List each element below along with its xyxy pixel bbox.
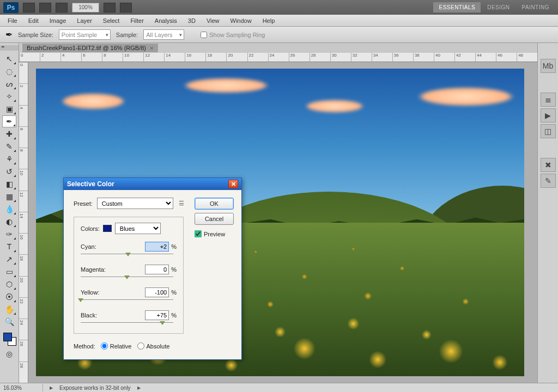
- arrange-docs-icon[interactable]: [104, 3, 116, 13]
- cyan-thumb[interactable]: [125, 253, 131, 256]
- status-zoom[interactable]: 16.03%: [3, 385, 36, 391]
- ruler-tick: 2: [19, 83, 28, 105]
- sliders-group: Colors: Blues Cyan: % Magenta: %: [74, 217, 184, 334]
- tool-presets-panel-icon[interactable]: ✖: [541, 158, 556, 172]
- dialog-title-text: Selective Color: [67, 180, 114, 188]
- colors-swatch-icon: [103, 225, 112, 232]
- marquee-tool[interactable]: ◌: [2, 65, 16, 77]
- gradient-tool[interactable]: ▦: [2, 191, 16, 203]
- fg-color-swatch[interactable]: [3, 333, 12, 341]
- menu-filter[interactable]: Filter: [125, 16, 149, 26]
- stamp-tool[interactable]: ⚘: [2, 153, 16, 165]
- menu-image[interactable]: Image: [44, 16, 72, 26]
- menu-window[interactable]: Window: [225, 16, 257, 26]
- colors-label: Colors:: [81, 225, 100, 232]
- menu-file[interactable]: File: [2, 16, 23, 26]
- preset-menu-icon[interactable]: ☰: [178, 200, 185, 207]
- bridge-icon[interactable]: [23, 3, 35, 13]
- menu-help[interactable]: Help: [257, 16, 281, 26]
- document-tabs: BrushCreekPano1-EDIT2.tif @ 16% (RGB/8) …: [19, 43, 537, 53]
- minibridge-panel-icon[interactable]: Mb: [541, 59, 556, 73]
- ok-button[interactable]: OK: [195, 198, 234, 210]
- cyan-slider[interactable]: [81, 254, 173, 255]
- sample-size-dropdown[interactable]: Point Sample: [59, 29, 111, 40]
- show-ring-label: Show Sampling Ring: [209, 32, 265, 38]
- blur-tool[interactable]: 💧: [2, 203, 16, 215]
- color-swatches[interactable]: [0, 331, 19, 347]
- colors-dropdown[interactable]: Blues: [115, 223, 161, 234]
- black-input[interactable]: [145, 310, 169, 320]
- menu-analysis[interactable]: Analysis: [149, 16, 183, 26]
- tab-close-icon[interactable]: ✕: [149, 45, 154, 51]
- workspace-painting[interactable]: PAINTING: [517, 2, 555, 13]
- show-ring-checkbox[interactable]: [201, 32, 207, 38]
- magenta-input[interactable]: [145, 265, 169, 274]
- heal-tool[interactable]: ✚: [2, 128, 16, 140]
- ruler-tick: 6: [19, 126, 28, 148]
- tools-collapse[interactable]: [0, 45, 19, 51]
- brushes-panel-icon[interactable]: ✎: [541, 174, 556, 188]
- magenta-slider[interactable]: [81, 277, 173, 278]
- sample-dropdown[interactable]: All Layers: [143, 29, 184, 40]
- preview-checkbox-input[interactable]: [195, 230, 202, 237]
- ruler-tick: 22: [247, 53, 268, 62]
- show-sampling-ring[interactable]: Show Sampling Ring: [201, 32, 265, 38]
- camera-tool[interactable]: ⦿: [2, 291, 16, 303]
- preview-checkbox[interactable]: Preview: [195, 230, 234, 237]
- ruler-tick: 0: [19, 62, 28, 83]
- magenta-thumb[interactable]: [124, 275, 130, 279]
- document-tab[interactable]: BrushCreekPano1-EDIT2.tif @ 16% (RGB/8) …: [22, 44, 158, 52]
- lasso-tool[interactable]: ᔕ: [2, 78, 16, 90]
- cyan-input[interactable]: [145, 242, 169, 252]
- app-bar: Ps 100% ESSENTIALS DESIGN PAINTING: [0, 0, 558, 15]
- actions-panel-icon[interactable]: ▶: [541, 108, 556, 122]
- pen-tool[interactable]: ✑: [2, 228, 16, 240]
- minibridge-icon[interactable]: [39, 3, 51, 13]
- history-panel-icon[interactable]: ≣: [541, 93, 556, 107]
- absolute-radio[interactable]: [137, 342, 144, 350]
- relative-radio[interactable]: [101, 342, 108, 350]
- cancel-button[interactable]: Cancel: [195, 213, 234, 225]
- crop-tool[interactable]: ▣: [2, 103, 16, 115]
- yellow-thumb[interactable]: [78, 298, 83, 302]
- layers-panel-icon[interactable]: ◫: [541, 124, 556, 138]
- black-pct: %: [171, 312, 177, 318]
- zoom-tool[interactable]: 🔍: [2, 316, 16, 328]
- workspace-essentials[interactable]: ESSENTIALS: [433, 2, 481, 13]
- workspace-design[interactable]: DESIGN: [482, 2, 515, 13]
- yellow-slider[interactable]: [81, 299, 173, 301]
- doc-info-arrow-icon[interactable]: ▶: [50, 385, 53, 390]
- menu-select[interactable]: Select: [98, 16, 125, 26]
- eyedropper-tool[interactable]: ✒: [2, 115, 16, 127]
- type-tool[interactable]: T: [2, 241, 16, 253]
- dodge-tool[interactable]: ◐: [2, 216, 16, 228]
- zoom-dropdown[interactable]: 100%: [72, 3, 99, 13]
- hand-tool[interactable]: ✋: [2, 303, 16, 315]
- eraser-tool[interactable]: ◧: [2, 178, 16, 190]
- dialog-close-button[interactable]: ✕: [228, 180, 238, 188]
- extras-icon[interactable]: [120, 3, 132, 13]
- yellow-input[interactable]: [145, 287, 169, 297]
- menu-view[interactable]: View: [201, 16, 225, 26]
- shape-tool[interactable]: ▭: [2, 266, 16, 278]
- black-thumb[interactable]: [160, 321, 165, 325]
- path-select-tool[interactable]: ↗: [2, 253, 16, 265]
- dialog-titlebar[interactable]: Selective Color ✕: [64, 178, 241, 190]
- wand-tool[interactable]: ✧: [2, 90, 16, 102]
- method-absolute[interactable]: Absolute: [137, 342, 170, 350]
- method-relative[interactable]: Relative: [101, 342, 132, 350]
- menu-edit[interactable]: Edit: [23, 16, 44, 26]
- menu-layer[interactable]: Layer: [71, 16, 98, 26]
- yellow-label: Yellow:: [81, 289, 110, 296]
- history-brush-tool[interactable]: ↺: [2, 166, 16, 177]
- preset-dropdown[interactable]: Custom: [97, 198, 173, 209]
- black-slider[interactable]: [81, 322, 173, 323]
- move-tool[interactable]: ↖: [2, 53, 16, 65]
- brush-tool[interactable]: ✎: [2, 140, 16, 152]
- menu-3d[interactable]: 3D: [183, 16, 201, 26]
- doc-info-menu-icon[interactable]: ▶: [137, 385, 141, 390]
- quickmask-tool[interactable]: ◎: [2, 348, 16, 360]
- ruler-tick: 20: [226, 53, 247, 62]
- screen-mode-icon[interactable]: [56, 3, 68, 13]
- 3d-tool[interactable]: ⬡: [2, 278, 16, 290]
